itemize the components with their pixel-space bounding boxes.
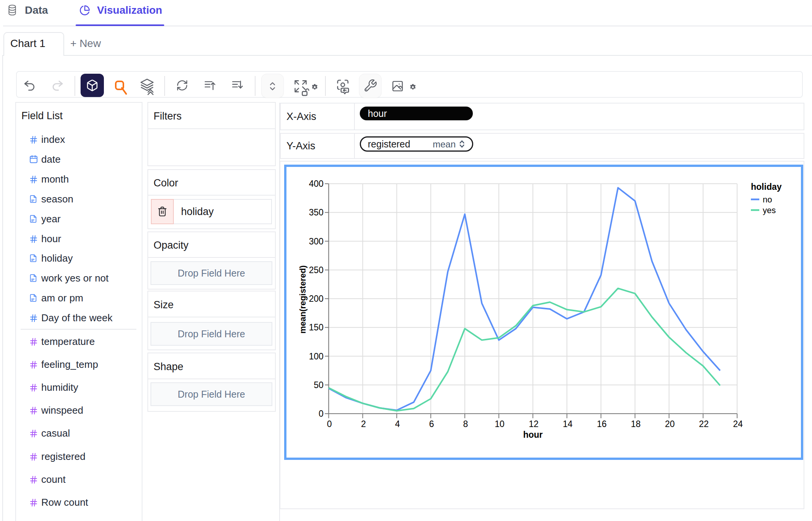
svg-text:mean(registered): mean(registered) [298,265,307,334]
svg-text:10: 10 [495,419,505,429]
svg-text:150: 150 [309,322,324,332]
svg-text:hour: hour [523,430,543,440]
svg-text:yes: yes [763,205,776,215]
svg-text:4: 4 [395,419,400,429]
svg-text:2: 2 [361,419,366,429]
svg-text:200: 200 [309,294,324,304]
svg-text:24: 24 [733,419,743,429]
svg-text:18: 18 [631,419,641,429]
svg-text:holiday: holiday [751,182,782,192]
svg-text:8: 8 [463,419,468,429]
svg-text:350: 350 [309,207,324,217]
svg-text:6: 6 [429,419,434,429]
svg-text:16: 16 [597,419,607,429]
svg-text:22: 22 [699,419,709,429]
svg-text:no: no [763,195,772,204]
svg-text:0: 0 [327,419,332,429]
svg-text:100: 100 [309,351,324,361]
svg-text:250: 250 [309,265,324,275]
svg-text:300: 300 [309,236,324,246]
svg-text:20: 20 [665,419,675,429]
svg-text:14: 14 [563,419,573,429]
svg-text:50: 50 [314,380,324,390]
svg-text:12: 12 [529,419,539,429]
svg-text:400: 400 [309,179,324,189]
svg-text:0: 0 [319,409,324,419]
